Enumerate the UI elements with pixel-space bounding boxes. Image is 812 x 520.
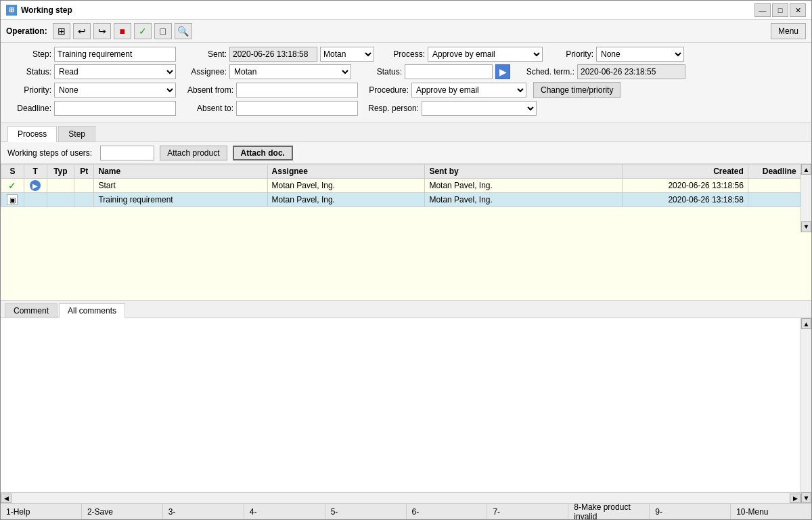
resp-person-group: Resp. person: [365,101,537,116]
toolbar-btn-2[interactable]: ↩ [73,23,91,39]
statusbar-1-help[interactable]: 1-Help [1,504,82,519]
window-title: Working step [21,5,72,15]
comments-area: Comment All comments ▲ ▼ ◀ ▶ [1,300,811,503]
operation-label: Operation: [6,26,47,36]
procedure-group: Procedure: Approve by email [365,83,526,98]
row2-assignee: Motan Pavel, Ing. [267,193,425,207]
deadline-label: Deadline: [7,104,51,113]
scroll-down-btn[interactable]: ▼ [801,221,811,232]
priority-top-select[interactable]: None [596,47,684,62]
change-time-priority-button[interactable]: Change time/priority [533,82,621,98]
change-btn-group: Change time/priority [533,82,621,98]
absent-to-input[interactable] [236,101,358,116]
row2-sent-by: Motan Pavel, Ing. [425,193,622,207]
toolbar-btn-3[interactable]: ↪ [93,23,111,39]
step-input[interactable] [54,47,176,62]
procedure-select[interactable]: Approve by email [411,83,526,98]
sent-label: Sent: [183,49,227,59]
statusbar-8-make-product-invalid[interactable]: 8-Make product invalid [568,504,650,519]
tab-step[interactable]: Step [58,126,95,142]
tabs-area: Process Step [1,123,811,142]
comments-content: ▲ ▼ ◀ ▶ [1,318,811,503]
hscroll-left[interactable]: ◀ [1,494,12,503]
form-row-2: Status: Read Assignee: Motan Status: ▶ S… [7,64,805,79]
step-label: Step: [7,49,51,59]
close-button[interactable]: ✕ [790,3,806,17]
assignee-select[interactable]: Motan [229,64,351,79]
sent-name-select[interactable]: Motan [320,47,374,62]
statusbar-5[interactable]: 5- [325,504,407,519]
status-label: Status: [7,67,51,77]
comments-scrollbar[interactable]: ▲ ▼ [800,318,811,503]
assignee-group: Assignee: Motan [183,64,351,79]
empty-area [1,232,811,301]
row2-type [24,193,47,207]
col-typ: Typ [47,165,74,179]
working-steps-input[interactable] [100,146,154,160]
attach-product-button[interactable]: Attach product [160,146,227,160]
statusbar-7[interactable]: 7- [487,504,568,519]
absent-to-label: Absent to: [183,104,233,113]
statusbar-10-menu[interactable]: 10-Menu [731,504,811,519]
row2-typ [47,193,74,207]
table-scrollbar-vertical[interactable]: ▲ ▼ [800,164,811,232]
toolbar-btn-5[interactable]: ✓ [134,23,152,39]
process-label: Process: [381,49,425,59]
statusbar-9[interactable]: 9- [650,504,731,519]
priority-top-label: Priority: [549,49,593,59]
main-window: ⊞ Working step — □ ✕ Operation: ⊞ ↩ ↪ ■ … [0,0,812,520]
scroll-track [801,175,811,221]
statusbar-4[interactable]: 4- [244,504,325,519]
row1-pt [74,179,94,193]
process-group: Process: Approve by email [381,47,543,62]
attach-doc-button[interactable]: Attach doc. [233,146,293,160]
hscroll-right[interactable]: ▶ [790,494,800,503]
row1-assignee: Motan Pavel, Ing. [267,179,425,193]
menu-button[interactable]: Menu [771,23,806,39]
comments-tabs: Comment All comments [1,301,811,318]
form-row-1: Step: Sent: Motan Process: Approve by em… [7,47,805,62]
comments-scroll-down[interactable]: ▼ [801,492,811,503]
absent-from-input[interactable] [236,83,358,98]
status2-label: Status: [358,67,402,77]
priority-group: Priority: None [7,83,176,98]
toolbar-btn-1[interactable]: ⊞ [53,23,70,39]
status2-play-btn[interactable]: ▶ [495,64,510,79]
table-row[interactable]: ✓ ▶ Start Motan Pavel, Ing. Motan Pavel,… [1,179,811,193]
deadline-input[interactable] [54,101,176,116]
toolbar-btn-6[interactable]: □ [154,23,172,39]
maximize-button[interactable]: □ [772,3,788,17]
row1-type: ▶ [24,179,47,193]
col-created: Created [622,165,748,179]
status-select[interactable]: Read [54,64,176,79]
col-assignee: Assignee [267,165,425,179]
process-select[interactable]: Approve by email [428,47,543,62]
tab-process[interactable]: Process [7,126,57,142]
statusbar-3[interactable]: 3- [163,504,244,519]
tab-comment[interactable]: Comment [5,303,58,318]
row2-status-icon: ▣ [7,194,18,205]
comments-scroll-up[interactable]: ▲ [801,318,811,329]
row1-typ [47,179,74,193]
toolbar-btn-search[interactable]: 🔍 [175,23,192,39]
absent-from-group: Absent from: [183,83,358,98]
status2-input[interactable] [405,64,493,79]
col-sent-by: Sent by [425,165,622,179]
col-name: Name [94,165,267,179]
row2-name: Training requirement [94,193,267,207]
tab-all-comments[interactable]: All comments [59,303,125,318]
toolbar-btn-4[interactable]: ■ [114,23,131,39]
working-steps-table-container: S T Typ Pt Name Assignee Sent by Created… [1,164,811,232]
scroll-up-btn[interactable]: ▲ [801,164,811,175]
statusbar-6[interactable]: 6- [407,504,488,519]
table-row[interactable]: ▣ Training requirement Motan Pavel, Ing.… [1,193,811,207]
minimize-button[interactable]: — [754,3,771,17]
statusbar: 1-Help 2-Save 3- 4- 5- 6- 7- 8-Make prod… [1,503,811,519]
priority-select[interactable]: None [54,83,176,98]
sched-label: Sched. term.: [517,67,574,77]
resp-person-select[interactable] [422,101,537,116]
statusbar-2-save[interactable]: 2-Save [82,504,163,519]
priority-label: Priority: [7,85,51,95]
comments-hscrollbar[interactable]: ◀ ▶ [1,492,800,503]
absent-to-group: Absent to: [183,101,358,116]
